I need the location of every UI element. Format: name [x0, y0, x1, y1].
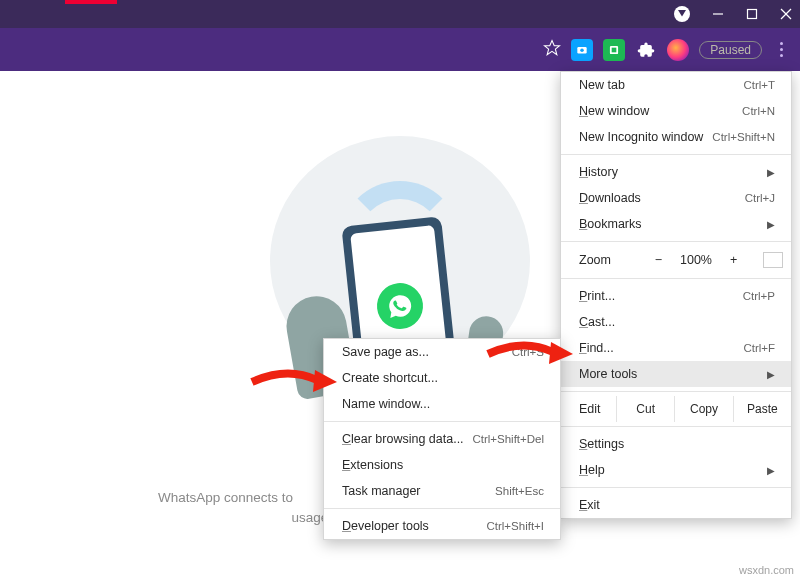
- menu-label: Developer tools: [342, 519, 429, 533]
- submenu-item-save-page-as[interactable]: Save page as... Ctrl+S: [324, 339, 560, 365]
- menu-item-cast[interactable]: Cast...: [561, 309, 791, 335]
- menu-label: New Incognito window: [579, 130, 703, 144]
- menu-label: New window: [579, 104, 649, 118]
- zoom-out-button[interactable]: −: [649, 251, 668, 269]
- menu-separator: [324, 508, 560, 509]
- submenu-arrow-icon: ▶: [767, 465, 775, 476]
- menu-item-exit[interactable]: Exit: [561, 492, 791, 518]
- menu-label: Settings: [579, 437, 624, 451]
- account-indicator-icon[interactable]: [674, 6, 690, 22]
- submenu-item-developer-tools[interactable]: Developer tools Ctrl+Shift+I: [324, 513, 560, 539]
- profile-avatar-icon[interactable]: [667, 39, 689, 61]
- menu-item-edit: Edit Cut Copy Paste: [561, 396, 791, 422]
- menu-label: Cast...: [579, 315, 615, 329]
- menu-label: Exit: [579, 498, 600, 512]
- menu-separator: [561, 241, 791, 242]
- main-menu-button[interactable]: [772, 42, 790, 57]
- window-titlebar: [0, 0, 800, 28]
- tab-highlight: [65, 0, 117, 4]
- menu-shortcut: Ctrl+J: [745, 192, 775, 204]
- menu-shortcut: Ctrl+N: [742, 105, 775, 117]
- menu-item-bookmarks[interactable]: Bookmarks ▶: [561, 211, 791, 237]
- zoom-value: 100%: [680, 253, 712, 267]
- menu-shortcut: Ctrl+S: [512, 346, 544, 358]
- submenu-arrow-icon: ▶: [767, 167, 775, 178]
- submenu-item-clear-browsing-data[interactable]: Clear browsing data... Ctrl+Shift+Del: [324, 426, 560, 452]
- extension-camera-icon[interactable]: [571, 39, 593, 61]
- menu-item-new-window[interactable]: New window Ctrl+N: [561, 98, 791, 124]
- menu-shortcut: Shift+Esc: [495, 485, 544, 497]
- menu-separator: [561, 391, 791, 392]
- menu-label: More tools: [579, 367, 637, 381]
- menu-label: Create shortcut...: [342, 371, 438, 385]
- menu-item-incognito[interactable]: New Incognito window Ctrl+Shift+N: [561, 124, 791, 150]
- menu-separator: [324, 421, 560, 422]
- menu-item-settings[interactable]: Settings: [561, 431, 791, 457]
- copy-button[interactable]: Copy: [674, 396, 732, 422]
- paste-button[interactable]: Paste: [733, 396, 791, 422]
- menu-label: Clear browsing data...: [342, 432, 464, 446]
- menu-shortcut: Ctrl+T: [743, 79, 775, 91]
- svg-rect-9: [612, 47, 617, 52]
- menu-shortcut: Ctrl+P: [743, 290, 775, 302]
- zoom-in-button[interactable]: +: [724, 251, 743, 269]
- menu-label: Name window...: [342, 397, 430, 411]
- menu-separator: [561, 278, 791, 279]
- submenu-arrow-icon: ▶: [767, 219, 775, 230]
- menu-shortcut: Ctrl+Shift+Del: [472, 433, 544, 445]
- menu-shortcut: Ctrl+Shift+I: [486, 520, 544, 532]
- menu-label: Bookmarks: [579, 217, 642, 231]
- menu-item-downloads[interactable]: Downloads Ctrl+J: [561, 185, 791, 211]
- menu-label: Save page as...: [342, 345, 429, 359]
- menu-label: Find...: [579, 341, 614, 355]
- menu-label: Print...: [579, 289, 615, 303]
- menu-label: Task manager: [342, 484, 421, 498]
- menu-separator: [561, 487, 791, 488]
- fullscreen-button[interactable]: [763, 252, 783, 268]
- svg-marker-5: [545, 40, 560, 54]
- menu-separator: [561, 426, 791, 427]
- menu-item-help[interactable]: Help ▶: [561, 457, 791, 483]
- sync-paused-button[interactable]: Paused: [699, 41, 762, 59]
- menu-label: New tab: [579, 78, 625, 92]
- menu-label: History: [579, 165, 618, 179]
- main-menu-dropdown: New tab Ctrl+T New window Ctrl+N New Inc…: [560, 71, 792, 519]
- cut-button[interactable]: Cut: [616, 396, 674, 422]
- svg-point-7: [581, 48, 585, 52]
- close-icon[interactable]: [780, 8, 792, 20]
- bookmark-star-icon[interactable]: [543, 39, 561, 61]
- menu-shortcut: Ctrl+Shift+N: [712, 131, 775, 143]
- menu-item-more-tools[interactable]: More tools ▶: [561, 361, 791, 387]
- submenu-item-create-shortcut[interactable]: Create shortcut...: [324, 365, 560, 391]
- submenu-item-extensions[interactable]: Extensions: [324, 452, 560, 478]
- menu-shortcut: Ctrl+F: [743, 342, 775, 354]
- minimize-icon[interactable]: [712, 8, 724, 20]
- whatsapp-icon: [375, 281, 426, 332]
- menu-item-print[interactable]: Print... Ctrl+P: [561, 283, 791, 309]
- submenu-item-name-window[interactable]: Name window...: [324, 391, 560, 417]
- submenu-item-task-manager[interactable]: Task manager Shift+Esc: [324, 478, 560, 504]
- browser-toolbar: Paused: [0, 28, 800, 71]
- menu-item-find[interactable]: Find... Ctrl+F: [561, 335, 791, 361]
- svg-marker-0: [678, 10, 686, 16]
- extensions-puzzle-icon[interactable]: [635, 39, 657, 61]
- menu-separator: [561, 154, 791, 155]
- svg-rect-2: [748, 10, 757, 19]
- menu-item-zoom: Zoom − 100% +: [561, 246, 791, 274]
- watermark: wsxdn.com: [739, 564, 794, 576]
- menu-item-new-tab[interactable]: New tab Ctrl+T: [561, 72, 791, 98]
- menu-label: Downloads: [579, 191, 641, 205]
- menu-label: Extensions: [342, 458, 403, 472]
- menu-item-history[interactable]: History ▶: [561, 159, 791, 185]
- paused-label: Paused: [710, 43, 751, 57]
- more-tools-submenu: Save page as... Ctrl+S Create shortcut..…: [323, 338, 561, 540]
- extension-green-icon[interactable]: [603, 39, 625, 61]
- submenu-arrow-icon: ▶: [767, 369, 775, 380]
- maximize-icon[interactable]: [746, 8, 758, 20]
- edit-label: Edit: [561, 396, 616, 422]
- zoom-label: Zoom: [579, 253, 629, 267]
- menu-label: Help: [579, 463, 605, 477]
